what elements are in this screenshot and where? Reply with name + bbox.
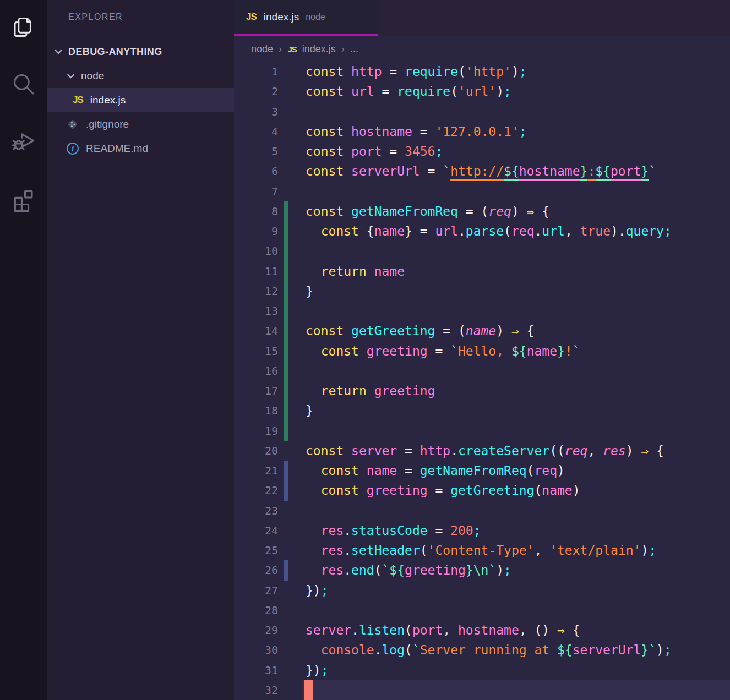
tree-item-readme[interactable]: i README.md	[47, 136, 234, 161]
file-tree: DEBUG-ANYTHING node JS index.js	[47, 40, 234, 161]
code-line[interactable]: 7	[234, 182, 730, 201]
code-text: const http = require('http');	[306, 62, 527, 81]
git-gutter	[284, 660, 288, 680]
code-line[interactable]: 20const server = http.createServer((req,…	[234, 441, 730, 461]
code-line[interactable]: 30 console.log(`Server running at ${serv…	[234, 640, 730, 660]
extensions-icon[interactable]	[0, 181, 47, 220]
git-gutter	[284, 161, 288, 181]
git-gutter-added	[284, 401, 288, 420]
code-line[interactable]: 25 res.setHeader('Content-Type', 'text/p…	[234, 540, 730, 560]
code-line[interactable]: 14const getGreeting = (name) ⇒ {	[234, 321, 730, 341]
file-name: index.js	[90, 94, 126, 106]
breadcrumb-file[interactable]: index.js	[302, 43, 336, 55]
explorer-sidebar: EXPLORER DEBUG-ANYTHING node JS index.js	[47, 0, 234, 700]
line-number: 5	[234, 141, 278, 161]
line-number: 13	[234, 301, 278, 321]
code-line[interactable]: 28	[234, 600, 730, 620]
tree-item-gitignore[interactable]: .gitignore	[47, 112, 234, 136]
breadcrumb-symbol[interactable]: ...	[350, 43, 358, 55]
code-line[interactable]: 4const hostname = '127.0.0.1';	[234, 122, 730, 141]
code-line[interactable]: 6const serverUrl = `http://${hostname}:$…	[234, 161, 730, 181]
line-number: 17	[234, 381, 278, 401]
breadcrumb: node › JS index.js › ...	[234, 36, 730, 62]
code-line[interactable]: 29server.listen(port, hostname, () ⇒ {	[234, 620, 730, 640]
git-gutter	[284, 182, 288, 201]
code-line[interactable]: 22 const greeting = getGreeting(name)	[234, 480, 730, 500]
code-line[interactable]: 21 const name = getNameFromReq(req)	[234, 461, 730, 480]
git-gutter-added	[284, 201, 288, 221]
line-number: 2	[234, 81, 278, 101]
tree-item-node-folder[interactable]: node	[47, 64, 234, 88]
code-text: return greeting	[306, 381, 435, 401]
code-text: const hostname = '127.0.0.1';	[306, 122, 527, 141]
code-line[interactable]: 2const url = require('url');	[234, 81, 730, 101]
line-number: 27	[234, 581, 278, 600]
code-text: res.setHeader('Content-Type', 'text/plai…	[306, 540, 656, 560]
code-line[interactable]: 12}	[234, 281, 730, 301]
code-text: });	[306, 660, 329, 680]
editor-group: JS index.js node node › JS index.js › ..…	[234, 0, 730, 700]
code-line[interactable]: 18}	[234, 401, 730, 420]
code-text: const server = http.createServer((req, r…	[306, 441, 664, 461]
tree-project-root[interactable]: DEBUG-ANYTHING	[47, 40, 234, 64]
line-number: 28	[234, 600, 278, 620]
line-number: 9	[234, 221, 278, 241]
code-line[interactable]: 24 res.statusCode = 200;	[234, 521, 730, 540]
code-line[interactable]: 23	[234, 501, 730, 521]
code-line[interactable]: 26 res.end(`${greeting}\n`);	[234, 560, 730, 580]
code-editor[interactable]: 1const http = require('http');2const url…	[234, 62, 730, 700]
file-name: README.md	[86, 143, 148, 155]
git-gutter	[284, 640, 288, 660]
git-gutter-modified	[284, 461, 288, 480]
indent-guide	[69, 88, 69, 112]
line-number: 31	[234, 660, 278, 680]
code-line[interactable]: 13	[234, 301, 730, 321]
line-number: 14	[234, 321, 278, 341]
current-line-highlight	[302, 680, 730, 700]
code-text: console.log(`Server running at ${serverU…	[306, 640, 672, 660]
line-number: 11	[234, 261, 278, 281]
code-text: const serverUrl = `http://${hostname}:${…	[306, 161, 656, 181]
code-line[interactable]: 1const http = require('http');	[234, 62, 730, 81]
code-line[interactable]: 16	[234, 361, 730, 381]
code-line[interactable]: 10	[234, 241, 730, 261]
breadcrumb-folder[interactable]: node	[251, 43, 273, 55]
code-line[interactable]: 8const getNameFromReq = (req) ⇒ {	[234, 201, 730, 221]
code-line[interactable]: 15 const greeting = `Hello, ${name}!`	[234, 341, 730, 361]
line-number: 30	[234, 640, 278, 660]
tab-indexjs[interactable]: JS index.js node	[234, 0, 378, 36]
code-text: const greeting = `Hello, ${name}!`	[306, 341, 580, 361]
code-line[interactable]: 17 return greeting	[234, 381, 730, 401]
code-text: }	[306, 401, 313, 420]
git-gutter-added	[284, 381, 288, 401]
tab-label: index.js	[264, 11, 299, 23]
line-number: 8	[234, 201, 278, 221]
git-gutter-added	[284, 361, 288, 381]
git-gutter-modified	[284, 560, 288, 580]
line-number: 19	[234, 421, 278, 441]
explorer-icon[interactable]	[0, 7, 47, 46]
code-line[interactable]: 9 const {name} = url.parse(req.url, true…	[234, 221, 730, 241]
line-number: 22	[234, 480, 278, 500]
run-and-debug-icon[interactable]	[0, 121, 47, 161]
readme-info-icon: i	[66, 143, 79, 155]
line-number: 29	[234, 620, 278, 640]
chevron-down-icon	[53, 48, 63, 56]
line-number: 10	[234, 241, 278, 261]
code-line[interactable]: 19	[234, 421, 730, 441]
tree-item-indexjs[interactable]: JS index.js	[47, 88, 234, 112]
code-line[interactable]: 31});	[234, 660, 730, 680]
code-line[interactable]: 3	[234, 102, 730, 122]
git-gutter	[284, 581, 288, 600]
git-gutter	[284, 521, 288, 540]
search-icon[interactable]	[0, 64, 47, 104]
code-line[interactable]: 32	[234, 680, 730, 700]
code-line[interactable]: 5const port = 3456;	[234, 141, 730, 161]
code-line[interactable]: 11 return name	[234, 261, 730, 281]
git-gutter	[284, 62, 288, 81]
code-line[interactable]: 27});	[234, 581, 730, 600]
git-gutter-modified	[284, 480, 288, 500]
line-number: 32	[234, 680, 278, 700]
git-gutter	[284, 680, 288, 700]
js-file-icon: JS	[73, 95, 83, 106]
